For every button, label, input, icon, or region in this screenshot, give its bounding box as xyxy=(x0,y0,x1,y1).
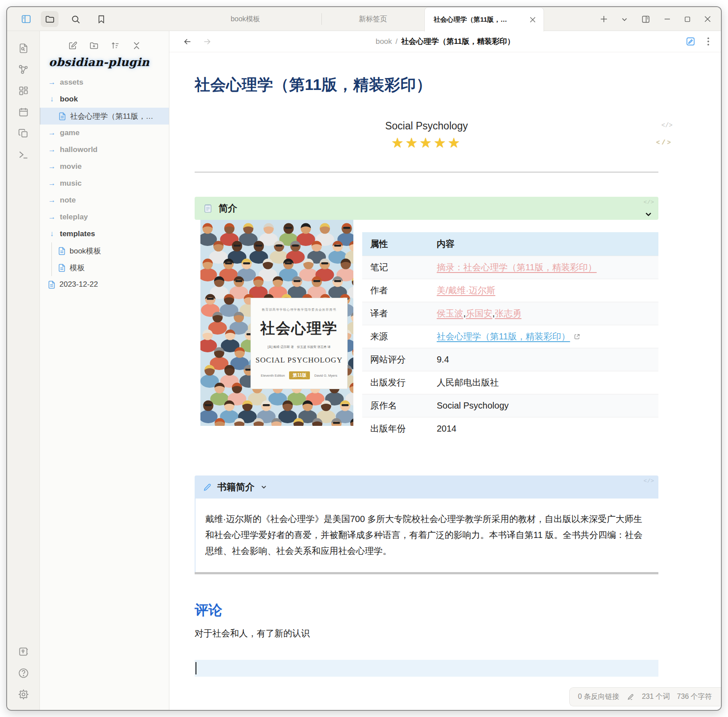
settings-gear-icon[interactable] xyxy=(18,689,29,700)
tree-item-folder-assets[interactable]: →assets xyxy=(40,74,169,91)
tab-list-chevron-icon[interactable] xyxy=(621,16,628,23)
cover-title: 社会心理学 xyxy=(260,319,338,339)
tree-item-folder-note[interactable]: →note xyxy=(40,192,169,209)
breadcrumb: book / 社会心理学（第11版，精装彩印） xyxy=(376,36,515,47)
tree-item-folder-movie[interactable]: →movie xyxy=(40,158,169,175)
pencil-icon xyxy=(203,483,212,492)
chevron-down-icon[interactable] xyxy=(645,210,652,218)
tab-label: 新标签页 xyxy=(359,15,387,24)
code-edit-icon[interactable]: </> xyxy=(661,122,673,129)
notepad-icon xyxy=(203,203,213,214)
file-explorer: obsidian-plugin →assets↓book社会心理学（第11版，…… xyxy=(40,31,169,710)
tree-item-folder-templates[interactable]: ↓templates xyxy=(40,226,169,242)
tree-item-label: book模板 xyxy=(70,246,101,256)
tab-new[interactable]: 新标签页 xyxy=(322,7,424,31)
edit-indicator-icon[interactable] xyxy=(626,693,635,701)
code-edit-icon[interactable]: </> xyxy=(644,478,654,484)
unresolved-link[interactable]: 乐国安 xyxy=(466,308,493,318)
folder-collapsed-arrow-icon: → xyxy=(48,162,56,171)
minimize-icon[interactable] xyxy=(664,16,671,23)
edit-mode-icon[interactable] xyxy=(685,36,696,47)
tree-item-label: teleplay xyxy=(60,213,88,222)
new-folder-icon[interactable] xyxy=(89,41,99,51)
unresolved-link[interactable]: 美/戴维·迈尔斯 xyxy=(437,285,495,295)
files-icon[interactable] xyxy=(41,11,59,27)
code-edit-icon[interactable]: </> xyxy=(644,199,654,206)
cover-panel: 教育部高等学校心理学教学指导委员会推荐用书 社会心理学 [美] 戴维·迈尔斯 著… xyxy=(251,298,347,389)
vault-title[interactable]: obsidian-plugin xyxy=(40,53,169,74)
tree-item-file-book模板[interactable]: book模板 xyxy=(52,242,169,259)
property-value: 2014 xyxy=(429,417,658,440)
tab-active[interactable]: 社会心理学（第11版，… xyxy=(424,7,544,31)
new-tab-icon[interactable] xyxy=(600,15,608,23)
tab-close-icon[interactable] xyxy=(528,16,537,23)
table-row: 原作名Social Psychology xyxy=(362,394,658,417)
graph-icon[interactable] xyxy=(18,64,29,75)
breadcrumb-separator: / xyxy=(395,37,398,46)
property-label: 出版年份 xyxy=(362,417,429,440)
help-icon[interactable] xyxy=(18,667,29,679)
nav-forward-icon[interactable] xyxy=(202,37,212,47)
rating-stars: ★★★★★ </> xyxy=(195,135,658,151)
property-label: 原作名 xyxy=(362,394,429,417)
tree-item-file-社会心理学第11版[interactable]: 社会心理学（第11版，… xyxy=(40,108,169,125)
copy-icon[interactable] xyxy=(18,128,29,139)
table-header-property: 属性 xyxy=(362,232,429,256)
chevron-down-icon[interactable] xyxy=(261,484,267,490)
new-note-icon[interactable] xyxy=(68,41,78,51)
terminal-icon[interactable] xyxy=(18,149,29,160)
tree-item-folder-halloworld[interactable]: →halloworld xyxy=(40,141,169,158)
cover-edition-badge: 第11版 xyxy=(289,371,310,379)
collapse-all-icon[interactable] xyxy=(132,41,141,51)
char-count[interactable]: 736 个字符 xyxy=(677,692,712,701)
more-options-icon[interactable] xyxy=(707,37,709,46)
folder-collapsed-arrow-icon: → xyxy=(48,129,56,137)
unresolved-link[interactable]: 张志勇 xyxy=(495,308,521,318)
close-icon[interactable] xyxy=(704,16,711,23)
property-value: 人民邮电出版社 xyxy=(429,371,658,394)
folder-collapsed-arrow-icon: → xyxy=(48,196,56,205)
breadcrumb-title[interactable]: 社会心理学（第11版，精装彩印） xyxy=(401,36,515,47)
search-icon[interactable] xyxy=(67,11,84,27)
tree-item-label: 社会心理学（第11版，… xyxy=(70,111,153,121)
canvas-icon[interactable] xyxy=(18,85,29,97)
unresolved-link[interactable]: 侯玉波 xyxy=(437,308,463,318)
code-edit-icon[interactable]: </> xyxy=(656,139,673,146)
external-link[interactable]: 社会心理学（第11版，精装彩印） xyxy=(437,331,570,341)
summary-callout-header[interactable]: 书籍简介 </> xyxy=(195,475,658,499)
tab-book-template[interactable]: book模板 xyxy=(169,7,321,31)
intro-section-header[interactable]: 简介 </> xyxy=(195,197,658,220)
property-label: 网站评分 xyxy=(362,348,429,371)
tree-item-label: book xyxy=(60,95,78,104)
tree-item-folder-book[interactable]: ↓book xyxy=(40,91,169,108)
tree-item-folder-teleplay[interactable]: →teleplay xyxy=(40,209,169,226)
tree-item-folder-game[interactable]: →game xyxy=(40,125,169,141)
active-editor-line[interactable] xyxy=(195,660,658,677)
cover-edition-en: Eleventh Edition xyxy=(261,374,285,378)
sidebar-toggle-icon[interactable] xyxy=(20,11,33,27)
sort-icon[interactable] xyxy=(110,41,120,51)
divider xyxy=(195,572,658,574)
breadcrumb-folder[interactable]: book xyxy=(376,37,392,46)
tree-item-folder-music[interactable]: →music xyxy=(40,175,169,192)
document-icon xyxy=(48,281,55,289)
bookmark-icon[interactable] xyxy=(92,11,110,27)
folder-collapsed-arrow-icon: → xyxy=(48,145,56,154)
table-row: 出版年份2014 xyxy=(362,417,658,440)
property-value: Social Psychology xyxy=(429,394,658,417)
tree-item-label: movie xyxy=(60,162,82,171)
calendar-icon[interactable] xyxy=(18,106,29,118)
nav-back-icon[interactable] xyxy=(183,37,192,47)
divider xyxy=(195,171,658,173)
backlinks-count[interactable]: 0 条反向链接 xyxy=(578,692,619,701)
file-search-icon[interactable] xyxy=(18,43,29,54)
folder-expanded-arrow-icon: ↓ xyxy=(48,230,56,238)
tree-item-file-模板[interactable]: 模板 xyxy=(52,259,169,276)
split-pane-icon[interactable] xyxy=(641,15,650,24)
tree-item-file-2023-12-22[interactable]: 2023-12-22 xyxy=(40,276,169,293)
vault-switcher-icon[interactable] xyxy=(18,646,29,658)
word-count[interactable]: 231 个词 xyxy=(642,692,670,701)
unresolved-link[interactable]: 摘录：社会心理学（第11版，精装彩印） xyxy=(437,262,597,272)
maximize-icon[interactable] xyxy=(684,16,691,23)
view-header: book / 社会心理学（第11版，精装彩印） xyxy=(169,31,721,52)
